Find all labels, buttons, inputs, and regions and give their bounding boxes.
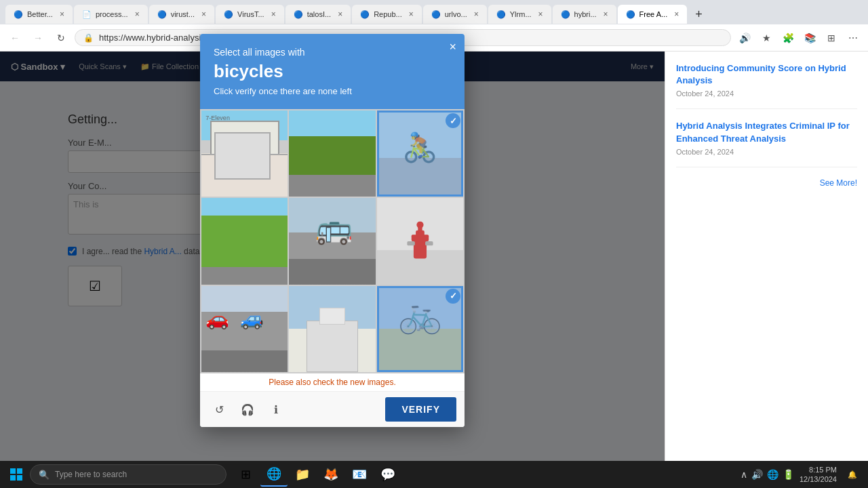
tab-virustotal[interactable]: 🔵 virust... × xyxy=(149,5,214,24)
taskbar-app-chat[interactable]: 💬 xyxy=(374,462,401,487)
tab-close[interactable]: × xyxy=(474,9,479,19)
captcha-image-5[interactable]: 🚌 xyxy=(289,198,375,284)
taskbar: 🔍 Type here to search ⊞ 🌐 📁 🦊 📧 💬 ∧ 🔊 🌐 … xyxy=(0,461,868,488)
speaker-icon[interactable]: 🔊 xyxy=(751,469,763,480)
tab-label: virust... xyxy=(171,10,195,18)
captcha-image-4[interactable] xyxy=(201,198,288,284)
captcha-refresh-button[interactable]: ↺ xyxy=(208,399,230,420)
tab-favicon: 🔵 xyxy=(626,10,635,19)
forward-button[interactable]: → xyxy=(28,28,47,47)
captcha-image-2[interactable] xyxy=(289,110,375,197)
svg-rect-7 xyxy=(10,468,16,474)
captcha-header: Select all images with bicycles Click ve… xyxy=(200,34,465,109)
tab-close[interactable]: × xyxy=(201,9,206,19)
svg-rect-10 xyxy=(17,475,22,481)
captcha-keyword: bicycles xyxy=(214,61,451,82)
captcha-status-message: Please also check the new images. xyxy=(200,373,465,391)
captcha-image-8[interactable] xyxy=(289,286,375,372)
tab-close[interactable]: × xyxy=(409,9,414,19)
security-lock-icon: 🔒 xyxy=(83,33,94,43)
captcha-image-9[interactable]: 🚲 ✓ xyxy=(377,286,463,372)
tab-label: urlvo... xyxy=(445,10,467,18)
tab-favicon: 📄 xyxy=(82,10,92,19)
captcha-image-grid: 7-Eleven 🚴 ✓ 🚌 xyxy=(200,109,465,373)
right-sidebar: Introducing Community Score on Hybrid An… xyxy=(665,52,868,488)
captcha-image-7[interactable]: 🚗 🚙 xyxy=(201,286,288,372)
taskbar-app-mail[interactable]: 📧 xyxy=(346,462,373,487)
network-icon[interactable]: 🌐 xyxy=(767,469,778,480)
tab-talos[interactable]: 🔵 talosI... × xyxy=(285,5,351,24)
tab-close[interactable]: × xyxy=(271,9,276,19)
battery-icon[interactable]: 🔋 xyxy=(783,469,794,480)
captcha-image-1[interactable]: 7-Eleven xyxy=(201,110,288,197)
main-area: ⬡ Sandbox ▾ Quick Scans ▾ 📁 File Collect… xyxy=(0,52,665,488)
taskbar-app-edge[interactable]: 🌐 xyxy=(260,462,288,487)
back-button[interactable]: ← xyxy=(5,28,24,47)
tab-close[interactable]: × xyxy=(604,9,608,19)
tab-close[interactable]: × xyxy=(60,9,64,19)
nav-icons: 🔊 ★ 🧩 📚 ⊞ ⋯ xyxy=(735,28,863,47)
tab-urlvo[interactable]: 🔵 urlvo... × xyxy=(423,5,487,24)
tab-label: process... xyxy=(96,10,128,18)
captcha-instruction-pre: Select all images with xyxy=(214,47,305,58)
svg-rect-8 xyxy=(17,468,22,474)
captcha-close-button[interactable]: × xyxy=(449,41,456,53)
taskbar-time-display: 8:15 PM xyxy=(800,465,837,474)
tab-label: talosI... xyxy=(307,10,331,18)
extensions-button[interactable]: 🧩 xyxy=(778,28,797,47)
captcha-image-3[interactable]: 🚴 ✓ xyxy=(377,110,463,197)
taskbar-app-explorer[interactable]: 📁 xyxy=(289,462,316,487)
taskbar-search-text: Type here to search xyxy=(55,470,127,479)
sidebar-news-title-2[interactable]: Hybrid Analysis Integrates Criminal IP f… xyxy=(676,120,857,144)
tab-close[interactable]: × xyxy=(135,9,140,19)
start-button[interactable] xyxy=(5,464,27,485)
captcha-audio-button[interactable]: 🎧 xyxy=(237,399,258,420)
tab-favicon: 🔵 xyxy=(157,10,167,19)
captcha-footer-icons: ↺ 🎧 ℹ xyxy=(208,399,287,420)
chevron-up-icon[interactable]: ∧ xyxy=(741,469,747,480)
refresh-button[interactable]: ↻ xyxy=(52,28,71,47)
tab-label: VirusT... xyxy=(237,10,264,18)
captcha-verify-button[interactable]: VERIFY xyxy=(385,397,456,422)
tab-close[interactable]: × xyxy=(338,9,342,19)
sidebar-news-date-2: October 24, 2024 xyxy=(676,148,857,156)
taskbar-app-taskview[interactable]: ⊞ xyxy=(232,462,259,487)
tab-free-active[interactable]: 🔵 Free A... × xyxy=(618,5,688,24)
tab-better[interactable]: 🔵 Better... × xyxy=(5,5,73,24)
tab-repub[interactable]: 🔵 Repub... × xyxy=(352,5,422,24)
notification-button[interactable]: 🔔 xyxy=(842,464,863,485)
tab-label: hybri... xyxy=(574,10,597,18)
svg-point-4 xyxy=(416,222,423,228)
sidebar-news-date-1: October 24, 2024 xyxy=(676,89,857,98)
tab-label: Better... xyxy=(27,10,53,18)
taskbar-date-display: 12/13/2024 xyxy=(800,474,837,484)
sidebar-news-1: Introducing Community Score on Hybrid An… xyxy=(676,62,857,109)
tab-virust2[interactable]: 🔵 VirusT... × xyxy=(216,5,284,24)
captcha-image-6[interactable] xyxy=(377,198,463,284)
tab-close[interactable]: × xyxy=(674,9,679,19)
collections-button[interactable]: ⊞ xyxy=(822,28,841,47)
svg-rect-6 xyxy=(425,241,433,245)
read-aloud-button[interactable]: 🔊 xyxy=(735,28,754,47)
tab-hybri[interactable]: 🔵 hybri... × xyxy=(553,5,616,24)
tab-favicon: 🔵 xyxy=(294,10,303,19)
notification-icon: 🔔 xyxy=(848,470,857,479)
tab-close[interactable]: × xyxy=(538,9,543,19)
tab-new[interactable]: + xyxy=(688,5,709,24)
tab-ylrm[interactable]: 🔵 Ylrm... × xyxy=(488,5,551,24)
taskbar-clock[interactable]: 8:15 PM 12/13/2024 xyxy=(800,465,837,485)
captcha-info-button[interactable]: ℹ xyxy=(265,399,287,420)
svg-rect-9 xyxy=(10,475,16,481)
selection-check-9: ✓ xyxy=(446,289,460,304)
tab-process[interactable]: 📄 process... × xyxy=(74,5,148,24)
browser-settings-button[interactable]: ⋯ xyxy=(844,28,863,47)
captcha-subtext: Click verify once there are none left xyxy=(214,86,352,96)
tab-favicon: 🔵 xyxy=(224,10,233,19)
see-more-link[interactable]: See More! xyxy=(676,178,857,188)
favorites-bar-button[interactable]: 📚 xyxy=(800,28,819,47)
favorites-button[interactable]: ★ xyxy=(757,28,776,47)
captcha-footer: ↺ 🎧 ℹ VERIFY xyxy=(200,391,465,427)
sidebar-news-title-1[interactable]: Introducing Community Score on Hybrid An… xyxy=(676,62,857,87)
taskbar-search-box[interactable]: 🔍 Type here to search xyxy=(30,464,226,485)
taskbar-app-firefox[interactable]: 🦊 xyxy=(317,462,344,487)
